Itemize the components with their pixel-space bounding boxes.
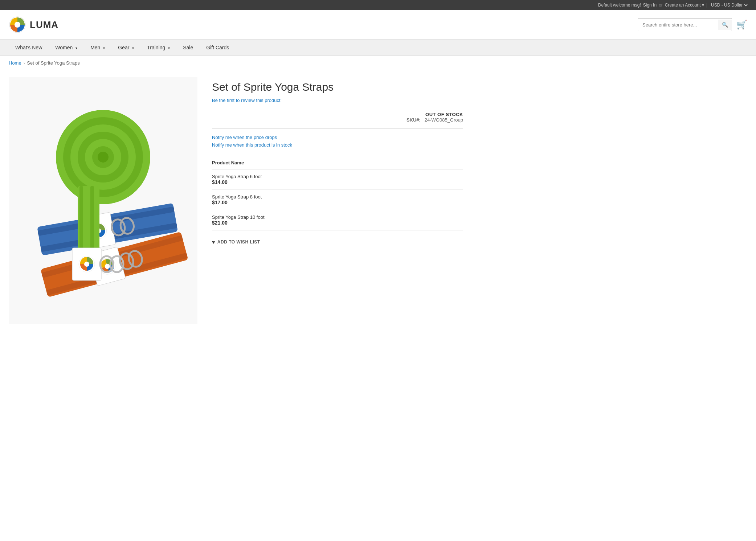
table-header: Product Name — [212, 156, 463, 169]
product-row-name-0: Sprite Yoga Strap 6 foot — [212, 174, 463, 179]
nav-link-gear[interactable]: Gear ▾ — [111, 40, 140, 56]
review-link[interactable]: Be the first to review this product — [212, 98, 463, 103]
chevron-down-icon: ▾ — [132, 46, 134, 50]
product-row-name-1: Sprite Yoga Strap 8 foot — [212, 194, 463, 200]
product-row-price-0: $14.00 — [212, 179, 463, 185]
nav-item-women: Women ▾ — [49, 40, 84, 56]
add-to-wish-list-button[interactable]: ♥ ADD TO WISH LIST — [212, 239, 260, 245]
notify-links: Notify me when the price drops Notify me… — [212, 135, 463, 148]
nav-link-whats-new[interactable]: What's New — [9, 40, 49, 56]
product-row-name-2: Sprite Yoga Strap 10 foot — [212, 214, 463, 220]
nav-item-sale: Sale — [176, 40, 200, 56]
stock-status: OUT OF STOCK — [425, 112, 463, 117]
nav-item-gift-cards: Gift Cards — [200, 40, 236, 56]
product-image-area — [9, 77, 197, 324]
nav-link-training[interactable]: Training ▾ — [140, 40, 176, 56]
wish-list-label: ADD TO WISH LIST — [217, 239, 260, 245]
nav-item-men: Men ▾ — [84, 40, 111, 56]
nav-link-sale[interactable]: Sale — [176, 40, 200, 56]
welcome-message: Default welcome msg! — [598, 3, 641, 8]
chevron-down-icon: ▾ — [75, 46, 77, 50]
nav-item-training: Training ▾ — [140, 40, 176, 56]
product-title: Set of Sprite Yoga Straps — [212, 81, 463, 93]
product-table: Product Name Sprite Yoga Strap 6 foot $1… — [212, 156, 463, 230]
table-row: Sprite Yoga Strap 10 foot $21.00 — [212, 210, 463, 230]
search-bar: 🔍 — [638, 18, 732, 31]
logo-text: LUMA — [30, 19, 58, 30]
logo-link[interactable]: LUMA — [9, 16, 58, 33]
main-nav: What's New Women ▾ Men ▾ Gear ▾ Training — [0, 40, 756, 56]
heart-icon: ♥ — [212, 239, 215, 245]
sku-label: SKU#: — [406, 117, 421, 123]
signin-link[interactable]: Sign In — [643, 3, 657, 8]
sku-line: SKU#: 24-WG085_Group — [406, 117, 463, 123]
svg-point-31 — [84, 262, 89, 267]
top-bar: Default welcome msg! Sign In or Create a… — [0, 0, 756, 10]
sku-value: 24-WG085_Group — [425, 117, 463, 123]
nav-item-gear: Gear ▾ — [111, 40, 140, 56]
breadcrumb-home[interactable]: Home — [9, 60, 21, 66]
main-content: Set of Sprite Yoga Straps Be the first t… — [0, 70, 472, 339]
breadcrumb-current: Set of Sprite Yoga Straps — [27, 60, 79, 66]
cart-icon[interactable]: 🛒 — [736, 20, 747, 30]
table-row: Sprite Yoga Strap 6 foot $14.00 — [212, 169, 463, 190]
breadcrumb: Home › Set of Sprite Yoga Straps — [0, 56, 756, 70]
product-row-price-1: $17.00 — [212, 200, 463, 205]
chevron-down-icon: ▾ — [103, 46, 105, 50]
stock-section: OUT OF STOCK SKU#: 24-WG085_Group — [212, 112, 463, 129]
chevron-down-icon: ▾ — [168, 46, 170, 50]
product-row-price-2: $21.00 — [212, 220, 463, 226]
header-right: 🔍 🛒 — [638, 18, 747, 31]
notify-price-link[interactable]: Notify me when the price drops — [212, 135, 463, 140]
search-input[interactable] — [638, 20, 718, 30]
header: LUMA 🔍 🛒 — [0, 10, 756, 40]
nav-item-whats-new: What's New — [9, 40, 49, 56]
breadcrumb-separator: › — [24, 61, 25, 65]
create-account-link[interactable]: Create an Account ▾ — [665, 3, 704, 8]
nav-link-women[interactable]: Women ▾ — [49, 40, 84, 56]
nav-link-men[interactable]: Men ▾ — [84, 40, 111, 56]
logo-icon — [9, 16, 26, 33]
yoga-straps-illustration — [9, 77, 197, 324]
search-button[interactable]: 🔍 — [718, 20, 732, 30]
nav-list: What's New Women ▾ Men ▾ Gear ▾ Training — [9, 40, 747, 56]
svg-point-1 — [15, 22, 20, 28]
svg-point-25 — [98, 152, 109, 163]
product-details: Set of Sprite Yoga Straps Be the first t… — [212, 77, 463, 324]
nav-link-gift-cards[interactable]: Gift Cards — [200, 40, 236, 56]
or-text: or — [659, 3, 663, 8]
notify-stock-link[interactable]: Notify me when this product is in stock — [212, 142, 463, 148]
search-icon: 🔍 — [722, 22, 728, 28]
product-image — [9, 77, 197, 324]
table-row: Sprite Yoga Strap 8 foot $17.00 — [212, 190, 463, 210]
currency-select[interactable]: USD - US Dollar — [710, 2, 749, 8]
separator: | — [706, 3, 707, 8]
